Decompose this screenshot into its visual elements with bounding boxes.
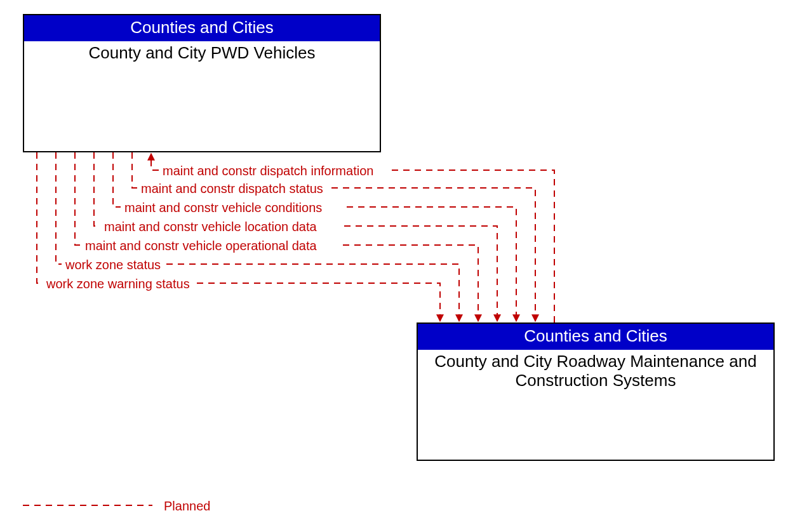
flow-label-vehicle-conditions: maint and constr vehicle conditions (124, 201, 322, 215)
entity-body-bottom: County and City Roadway Maintenance and … (418, 350, 773, 396)
legend-label-planned: Planned (164, 499, 210, 514)
flow-label-dispatch-status: maint and constr dispatch status (141, 182, 323, 196)
flow-label-vehicle-location: maint and constr vehicle location data (104, 220, 317, 234)
flow-label-dispatch-information: maint and constr dispatch information (163, 164, 373, 178)
entity-body-top: County and City PWD Vehicles (24, 41, 380, 67)
flow-label-vehicle-operational: maint and constr vehicle operational dat… (85, 239, 317, 253)
entity-header-bottom: Counties and Cities (418, 324, 773, 350)
entity-box-roadway-maint-systems: Counties and Cities County and City Road… (417, 323, 775, 461)
entity-box-pwd-vehicles: Counties and Cities County and City PWD … (23, 14, 381, 152)
diagram-stage: Counties and Cities County and City PWD … (0, 0, 795, 532)
entity-header-top: Counties and Cities (24, 15, 380, 41)
flow-label-work-zone-status: work zone status (65, 258, 161, 272)
flow-label-work-zone-warning: work zone warning status (46, 277, 190, 291)
flow-line-dispatch-information (151, 154, 554, 323)
